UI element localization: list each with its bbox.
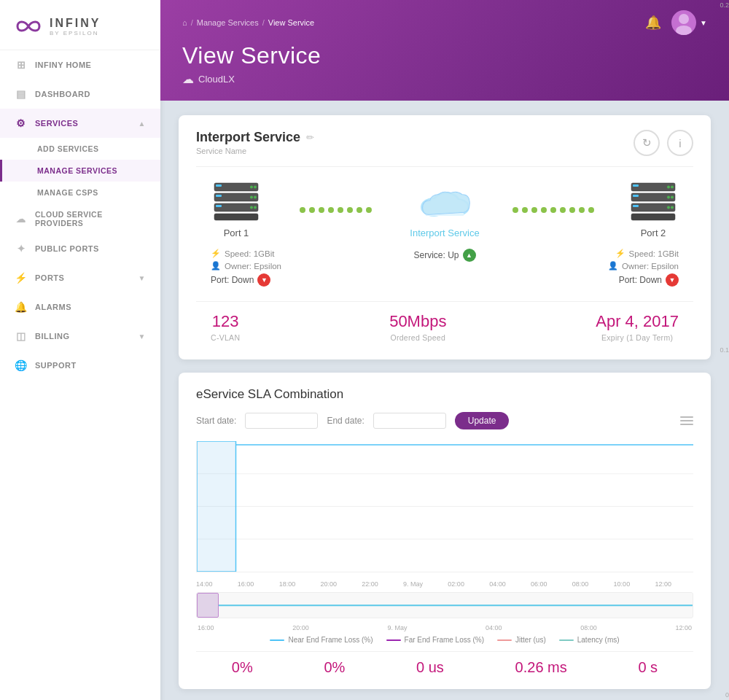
range-line xyxy=(219,604,693,606)
billing-chevron: ▼ xyxy=(139,332,146,341)
notification-icon[interactable]: 🔔 xyxy=(645,15,661,31)
port2-node: Port 2 xyxy=(628,182,679,238)
svg-point-33 xyxy=(671,206,674,209)
port2-speed: Speed: 1GBit xyxy=(629,249,679,258)
refresh-button[interactable]: ↻ xyxy=(634,130,660,156)
sidebar-item-cloud-providers[interactable]: ☁ CLOUD SERVICE PROVIDERS xyxy=(0,203,160,234)
chart-menu-button[interactable] xyxy=(680,416,693,425)
range-selector[interactable] xyxy=(196,592,693,618)
end-date-input[interactable] xyxy=(373,413,446,429)
port1-owner-line: 👤 Owner: Epsilon xyxy=(211,261,298,271)
sidebar-item-billing[interactable]: ◫ BILLING ▼ xyxy=(0,322,160,351)
billing-label: BILLING xyxy=(35,332,70,341)
port1-node: Port 1 xyxy=(211,182,262,238)
sidebar-item-manage-csps[interactable]: MANAGE CSPS xyxy=(0,182,160,203)
chart-svg xyxy=(197,441,693,572)
sidebar-item-home[interactable]: ⊞ INFINY HOME xyxy=(0,50,160,79)
stat-4-value: 0 s xyxy=(638,659,658,676)
svg-point-13 xyxy=(254,206,257,209)
svg-point-12 xyxy=(250,206,253,209)
expiry-label: Expiry (1 Day Term) xyxy=(601,333,673,342)
chart-title: eService SLA Combination xyxy=(196,387,693,402)
port2-owner-line: 👤 Owner: Epsilon xyxy=(608,261,679,271)
info-icon: i xyxy=(679,137,681,149)
range-handle-left[interactable] xyxy=(197,593,219,618)
edit-service-icon[interactable]: ✏ xyxy=(306,132,314,143)
legend-line-3 xyxy=(497,639,512,641)
svg-rect-34 xyxy=(631,214,675,220)
start-date-input[interactable] xyxy=(245,413,318,429)
svg-point-9 xyxy=(254,196,257,199)
page-title-section: View Service ☁ CloudLX xyxy=(182,42,707,101)
legend-label-2: Far End Frame Loss (%) xyxy=(405,636,484,644)
info-button[interactable]: i xyxy=(667,130,693,156)
legend-latency: Latency (ms) xyxy=(559,636,620,644)
sidebar-item-manage-services[interactable]: MANAGE SERVICES xyxy=(0,160,160,182)
svg-point-29 xyxy=(671,196,674,199)
bottom-stats: 0% 0% 0 us 0.26 ms 0 s xyxy=(196,651,693,679)
chart-y-labels: 0.2 0.1 0 xyxy=(709,373,711,689)
brand-sub: BY EPSILON xyxy=(50,30,101,36)
stat-0: 0% xyxy=(232,659,253,676)
end-date-label: End date: xyxy=(327,416,364,426)
page-title: View Service xyxy=(182,42,707,69)
sidebar-item-services[interactable]: ⚙ SERVICES ▲ xyxy=(0,109,160,138)
center-service-label: Interport Service xyxy=(410,228,479,238)
sidebar-item-public-ports[interactable]: ✦ PUBLIC PORTS xyxy=(0,234,160,263)
port1-speed: Speed: 1GBit xyxy=(225,249,274,258)
breadcrumb-manage-link[interactable]: Manage Services xyxy=(197,18,259,27)
nav-home-label: INFINY HOME xyxy=(35,61,91,69)
legend-label-4: Latency (ms) xyxy=(577,636,620,644)
port1-status-text: Port: Down xyxy=(211,275,254,285)
speed2-icon: ⚡ xyxy=(615,249,625,258)
port1-speed-line: ⚡ Speed: 1GBit xyxy=(211,249,298,258)
port2-label: Port 2 xyxy=(641,228,666,238)
sidebar-item-add-services[interactable]: ADD SERVICES xyxy=(0,138,160,160)
dots-line-left xyxy=(262,207,410,213)
sidebar-item-ports[interactable]: ⚡ PORTS ▼ xyxy=(0,263,160,292)
svg-point-5 xyxy=(254,186,257,189)
dots-line-right xyxy=(480,207,628,213)
svg-rect-27 xyxy=(633,195,639,197)
stat-expiry: Apr 4, 2017 Expiry (1 Day Term) xyxy=(596,312,679,342)
cloud-providers-label: CLOUD SERVICE PROVIDERS xyxy=(35,210,146,228)
svg-point-8 xyxy=(250,196,253,199)
breadcrumb-sep2: / xyxy=(262,18,265,27)
port1-status-line: Port: Down ▼ xyxy=(211,273,298,287)
logo-text: INFINY BY EPSILON xyxy=(50,17,101,36)
breadcrumb: ⌂ / Manage Services / View Service xyxy=(182,18,314,27)
svg-rect-7 xyxy=(216,195,222,197)
stat-1-value: 0% xyxy=(324,659,345,676)
nav-menu: ⊞ INFINY HOME ▤ DASHBOARD ⚙ SERVICES ▲ A… xyxy=(0,50,160,380)
sidebar-item-dashboard[interactable]: ▤ DASHBOARD xyxy=(0,79,160,109)
stat-speed: 50Mbps Ordered Speed xyxy=(389,312,446,342)
sidebar: INFINY BY EPSILON ⊞ INFINY HOME ▤ DASHBO… xyxy=(0,0,160,700)
svg-rect-38 xyxy=(197,441,236,572)
topbar: ⌂ / Manage Services / View Service 🔔 ▼ xyxy=(160,0,729,101)
ports-info-row: ⚡ Speed: 1GBit 👤 Owner: Epsilon Port: Do… xyxy=(196,249,693,287)
svg-rect-23 xyxy=(633,184,639,187)
manage-csps-label: MANAGE CSPS xyxy=(37,188,98,197)
public-ports-label: PUBLIC PORTS xyxy=(35,244,99,253)
legend-near-end: Near End Frame Loss (%) xyxy=(270,636,373,644)
home-icon: ⊞ xyxy=(15,58,28,71)
svg-point-24 xyxy=(667,186,670,189)
center-service-info: Service: Up ▲ xyxy=(413,249,475,287)
speed-value: 50Mbps xyxy=(389,312,446,331)
diagram-row: Port 1 xyxy=(196,182,693,238)
nav-services-label: SERVICES xyxy=(35,119,78,128)
update-button[interactable]: Update xyxy=(455,412,510,429)
sidebar-item-alarms[interactable]: 🔔 ALARMS xyxy=(0,292,160,322)
services-chevron: ▲ xyxy=(139,120,146,128)
user-avatar-wrap[interactable]: ▼ xyxy=(671,10,707,35)
port2-status-line: Port: Down ▼ xyxy=(619,273,679,287)
legend-line-2 xyxy=(386,639,401,641)
svg-rect-14 xyxy=(214,214,258,220)
port2-owner: Owner: Epsilon xyxy=(622,262,679,271)
stat-2: 0 us xyxy=(416,659,444,676)
brand-name: INFINY xyxy=(50,17,101,30)
content-area: Interport Service ✏ Service Name ↻ i xyxy=(160,101,729,700)
sidebar-item-support[interactable]: 🌐 SUPPORT xyxy=(0,351,160,380)
legend-row: Near End Frame Loss (%) Far End Frame Lo… xyxy=(196,636,693,644)
chart-area: 14:00 16:00 18:00 20:00 22:00 9. May 02:… xyxy=(196,441,693,592)
